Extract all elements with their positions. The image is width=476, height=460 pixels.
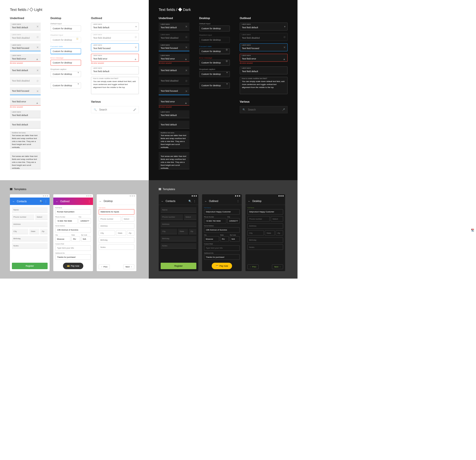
bday3[interactable] — [99, 237, 134, 243]
chevron-down-icon[interactable]: ▾ — [226, 71, 228, 74]
notes-input[interactable] — [12, 243, 48, 249]
next-button[interactable]: Next → — [123, 264, 134, 269]
state2[interactable] — [71, 236, 80, 242]
d-bday3[interactable] — [247, 237, 283, 243]
d-phone[interactable] — [161, 214, 183, 220]
clear-icon[interactable]: ✕ — [135, 46, 137, 49]
d-addinfo2[interactable] — [204, 254, 240, 260]
prev-button[interactable]: ← Prev — [99, 264, 110, 269]
d-city[interactable] — [161, 229, 177, 234]
select-input[interactable] — [35, 214, 48, 220]
clear-icon[interactable]: ✕ — [36, 90, 39, 93]
tf-default3[interactable] — [10, 121, 41, 129]
d-search-input[interactable] — [248, 108, 279, 111]
zip3[interactable] — [127, 230, 134, 236]
chevron-down-icon[interactable]: ▾ — [78, 71, 79, 74]
d-dt-error[interactable] — [199, 60, 230, 66]
chevron-down-icon[interactable]: ▾ — [284, 25, 286, 28]
city-input[interactable] — [12, 229, 28, 234]
d-dt-dropdown[interactable] — [199, 71, 230, 77]
d-tf-default3[interactable] — [159, 121, 189, 129]
d-paynow-button[interactable]: 💳Pay now — [212, 263, 232, 269]
d-dt-dropdown2[interactable] — [199, 83, 230, 88]
d-name[interactable] — [161, 207, 196, 213]
zip2[interactable] — [81, 236, 91, 242]
d-prev-button[interactable]: ← Prev — [247, 264, 259, 269]
clear-icon[interactable]: ✕ — [36, 69, 39, 72]
clear-icon[interactable]: ✕ — [185, 69, 187, 72]
phone3[interactable] — [99, 216, 121, 222]
dt-error[interactable] — [51, 60, 81, 66]
d-addr[interactable] — [161, 222, 196, 227]
city3[interactable] — [99, 230, 115, 236]
phone-input[interactable] — [12, 214, 34, 220]
d-addr2[interactable] — [204, 227, 240, 233]
d-search-field[interactable]: 🔍🎤 — [240, 106, 288, 113]
address-input[interactable] — [12, 222, 48, 227]
d-bday[interactable] — [161, 236, 196, 241]
fullname-input[interactable] — [55, 209, 91, 215]
clear-icon[interactable]: ✕ — [283, 46, 286, 49]
back-icon[interactable]: ← — [248, 200, 250, 202]
d-city2[interactable] — [204, 236, 219, 242]
clear-icon[interactable]: ✕ — [36, 46, 39, 49]
back-icon[interactable]: ← — [205, 200, 207, 202]
city2[interactable] — [55, 236, 70, 242]
dt-default[interactable] — [51, 26, 81, 31]
d-tf-nl-default[interactable] — [159, 66, 189, 74]
dt-dropdown2[interactable] — [51, 83, 81, 88]
dt-dropdown[interactable] — [51, 71, 81, 77]
d-textarea-labeled[interactable] — [159, 131, 189, 148]
d-state2[interactable] — [220, 236, 229, 242]
addr3[interactable] — [99, 223, 134, 229]
more-icon[interactable]: ⋮ — [88, 200, 90, 203]
chevron-down-icon[interactable]: ▾ — [135, 25, 137, 28]
state-input[interactable] — [29, 229, 39, 234]
dt-focused[interactable] — [51, 48, 81, 54]
clear-icon[interactable]: ⊗ — [226, 59, 228, 63]
select3[interactable] — [122, 216, 134, 222]
d-fullname2[interactable] — [204, 209, 240, 215]
d-state[interactable] — [178, 229, 188, 234]
fullname3[interactable] — [99, 209, 134, 215]
zip-input[interactable] — [40, 229, 48, 234]
state3[interactable] — [116, 230, 126, 236]
d-zip3[interactable] — [276, 230, 283, 236]
d-icq2[interactable] — [227, 218, 240, 224]
birthday-input[interactable] — [12, 236, 48, 241]
name-input[interactable] — [12, 207, 48, 213]
d-state3[interactable] — [265, 230, 275, 236]
clear-icon[interactable]: ✕ — [185, 90, 187, 93]
register-button[interactable]: Register — [12, 263, 48, 269]
d-dt-focused[interactable] — [199, 48, 230, 54]
d-register-button[interactable]: Register — [161, 263, 196, 269]
mic-icon[interactable]: 🎤 — [282, 108, 285, 111]
back-icon[interactable]: ← — [99, 200, 102, 202]
back-icon[interactable]: ← — [56, 200, 58, 203]
d-city3[interactable] — [247, 230, 264, 236]
d-select3[interactable] — [271, 216, 283, 222]
clear-icon[interactable]: ✕ — [185, 46, 187, 49]
d-phone2[interactable] — [204, 218, 226, 224]
custom-input[interactable] — [55, 245, 91, 251]
search-icon[interactable]: 🔍 — [188, 200, 191, 202]
d-notes[interactable] — [161, 243, 196, 249]
textarea-labeled[interactable] — [10, 131, 41, 148]
d-dt-default[interactable] — [199, 26, 230, 31]
tf-nolabel-default[interactable] — [10, 66, 41, 74]
d-notes3[interactable] — [247, 244, 283, 250]
d-zip2[interactable] — [230, 236, 240, 242]
chevron-down-icon[interactable]: ▾ — [78, 82, 79, 86]
back-icon[interactable]: ← — [12, 200, 15, 203]
textarea-nolabel[interactable] — [10, 152, 41, 169]
d-next-button[interactable]: Next → — [272, 264, 283, 269]
mic-icon[interactable]: 🎤 — [133, 108, 136, 111]
d-phone3[interactable] — [247, 216, 270, 222]
d-tf-nl-focused[interactable] — [159, 87, 189, 95]
chevron-down-icon[interactable]: ▾ — [226, 82, 228, 86]
d-fullname3[interactable] — [247, 209, 283, 215]
addinfo-input[interactable] — [55, 254, 91, 260]
clear-icon[interactable]: ✕ — [36, 25, 39, 28]
search-input[interactable] — [99, 108, 131, 111]
tf-nolabel-focused[interactable] — [10, 87, 41, 95]
